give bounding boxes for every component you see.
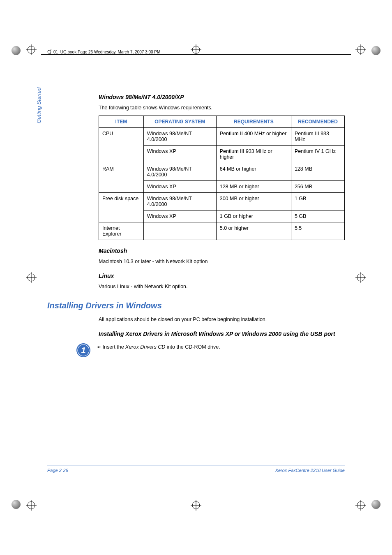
- registration-mark-icon: [191, 500, 201, 511]
- cell-req: 300 MB or higher: [216, 192, 291, 210]
- col-os: OPERATING SYSTEM: [143, 116, 216, 127]
- color-swatch-icon: [371, 500, 380, 509]
- registration-mark-icon: [26, 500, 37, 511]
- registration-mark-icon: [191, 44, 201, 55]
- cell-os: Windows 98/Me/NT 4.0/2000: [143, 127, 216, 145]
- cell-item: Free disk space: [99, 192, 144, 222]
- page-footer: Page 2-26 Xerox FaxCentre 2218 User Guid…: [47, 465, 345, 473]
- cell-os: Windows XP: [143, 180, 216, 192]
- svg-point-24: [48, 50, 51, 53]
- linux-heading: Linux: [99, 273, 345, 279]
- color-swatch-icon: [12, 46, 21, 55]
- binder-ring-icon: [47, 49, 52, 54]
- table-row: Free disk space Windows 98/Me/NT 4.0/200…: [99, 192, 345, 210]
- step-1-suffix: into the CD-ROM drive.: [165, 344, 220, 350]
- install-sub-heading: Installing Xerox Drivers in Microsoft Wi…: [99, 331, 345, 337]
- header-rule: [41, 54, 351, 55]
- step-number-badge-icon: 1: [76, 343, 91, 358]
- table-row: Internet Explorer 5.0 or higher 5.5: [99, 222, 345, 240]
- cell-req: 1 GB or higher: [216, 210, 291, 222]
- table-row: CPU Windows 98/Me/NT 4.0/2000 Pentium II…: [99, 127, 345, 145]
- cell-os: [143, 222, 216, 240]
- registration-mark-icon: [355, 272, 366, 283]
- install-body: All applications should be closed on you…: [99, 316, 345, 337]
- color-swatch-icon: [371, 46, 380, 55]
- cell-os: Windows 98/Me/NT 4.0/2000: [143, 192, 216, 210]
- cell-rec: Pentium IV 1 GHz: [291, 145, 344, 163]
- install-intro: All applications should be closed on you…: [99, 316, 345, 323]
- footer-page-number: Page 2-26: [47, 468, 68, 473]
- cell-rec: 5.5: [291, 222, 344, 240]
- registration-mark-icon: [355, 44, 366, 55]
- cell-req: 64 MB or higher: [216, 163, 291, 180]
- header-filestamp-text: 01_UG.book Page 26 Wednesday, March 7, 2…: [53, 50, 160, 54]
- cell-rec: 5 GB: [291, 210, 344, 222]
- footer-doc-title: Xerox FaxCentre 2218 User Guide: [275, 468, 345, 473]
- section-side-label: Getting Started: [36, 88, 42, 123]
- cell-rec: 1 GB: [291, 192, 344, 210]
- col-req: REQUIREMENTS: [216, 116, 291, 127]
- cell-os: Windows 98/Me/NT 4.0/2000: [143, 163, 216, 180]
- cell-item: CPU: [99, 127, 144, 163]
- content-area: Getting Started Windows 98/Me/NT 4.0/200…: [47, 86, 345, 497]
- cell-req: Pentium III 933 MHz or higher: [216, 145, 291, 163]
- page: 01_UG.book Page 26 Wednesday, March 7, 2…: [0, 0, 392, 555]
- cell-item: Internet Explorer: [99, 222, 144, 240]
- cell-rec: 128 MB: [291, 163, 344, 180]
- bullet-arrow-icon: ➢: [97, 344, 102, 350]
- cell-os: Windows XP: [143, 145, 216, 163]
- registration-mark-icon: [355, 500, 366, 511]
- step-1-em: Xerox Drivers CD: [125, 344, 165, 350]
- body-column: Windows 98/Me/NT 4.0/2000/XP The followi…: [99, 94, 345, 290]
- cell-req: 5.0 or higher: [216, 222, 291, 240]
- cell-item: RAM: [99, 163, 144, 192]
- step-number: 1: [81, 346, 85, 355]
- step-1-text: ➢ Insert the Xerox Drivers CD into the C…: [97, 343, 220, 350]
- cell-rec: Pentium III 933 MHz: [291, 127, 344, 145]
- cell-rec: 256 MB: [291, 180, 344, 192]
- windows-heading: Windows 98/Me/NT 4.0/2000/XP: [99, 94, 345, 100]
- header-filestamp: 01_UG.book Page 26 Wednesday, March 7, 2…: [46, 49, 161, 54]
- table-row: RAM Windows 98/Me/NT 4.0/2000 64 MB or h…: [99, 163, 345, 180]
- mac-heading: Macintosh: [99, 247, 345, 254]
- col-item: ITEM: [99, 116, 144, 127]
- cell-req: 128 MB or higher: [216, 180, 291, 192]
- table-header-row: ITEM OPERATING SYSTEM REQUIREMENTS RECOM…: [99, 116, 345, 127]
- install-heading: Installing Drivers in Windows: [47, 301, 345, 310]
- cell-os: Windows XP: [143, 210, 216, 222]
- registration-mark-icon: [26, 44, 37, 55]
- windows-intro: The following table shows Windows requir…: [99, 104, 345, 111]
- linux-text: Various Linux - with Network Kit option.: [99, 283, 345, 290]
- color-swatch-icon: [12, 500, 21, 509]
- step-1: 1 ➢ Insert the Xerox Drivers CD into the…: [76, 343, 345, 358]
- registration-mark-icon: [26, 272, 37, 283]
- cell-req: Pentium II 400 MHz or higher: [216, 127, 291, 145]
- requirements-table: ITEM OPERATING SYSTEM REQUIREMENTS RECOM…: [99, 116, 345, 240]
- col-rec: RECOMMENDED: [291, 116, 344, 127]
- step-1-prefix: Insert the: [102, 344, 125, 350]
- mac-text: Macintosh 10.3 or later - with Network K…: [99, 258, 345, 265]
